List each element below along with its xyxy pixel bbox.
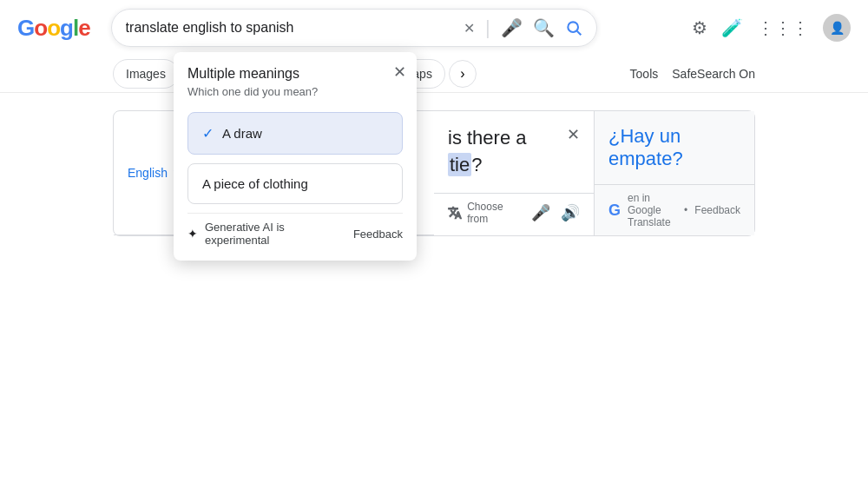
dot-separator: • [684, 204, 687, 216]
labs-icon[interactable]: 🧪 [721, 17, 743, 38]
nav-tabs: Images News Shopping Videos Maps › Tools… [0, 56, 868, 93]
feedback-link[interactable]: Feedback [694, 204, 740, 216]
header: Google ✕ | 🎤 🔍 ⚙ 🧪 ⋮⋮⋮ 👤 [0, 0, 868, 56]
translator-body: is there a tie? ✕ Choose from 🎤 🔊 ¿Hay u… [434, 111, 754, 235]
svg-line-1 [576, 31, 581, 36]
ai-label: Generative AI is experimental [205, 221, 346, 247]
avatar[interactable]: 👤 [823, 14, 851, 42]
check-icon: ✓ [202, 125, 214, 142]
output-area: ¿Hay un empate? [595, 111, 754, 184]
open-in-translate-link[interactable]: en in Google Translate [628, 192, 677, 228]
header-right: ⚙ 🧪 ⋮⋮⋮ 👤 [692, 14, 851, 42]
input-before: is there a [448, 127, 527, 149]
clear-search-icon[interactable]: ✕ [464, 20, 475, 36]
settings-icon[interactable]: ⚙ [692, 17, 707, 38]
microphone-icon[interactable]: 🎤 [531, 203, 550, 222]
apps-grid-icon[interactable]: ⋮⋮⋮ [757, 17, 809, 38]
search-bar: ✕ | 🎤 🔍 [111, 9, 597, 47]
safesearch-button[interactable]: SafeSearch On [672, 67, 755, 81]
tab-images[interactable]: Images [113, 59, 179, 89]
main-content: English ▼ ⇄ Spanish ▼ is there a tie? ✕ [0, 93, 868, 254]
popup-title: Multiple meanings [187, 66, 403, 82]
popup-footer: ✦ Generative AI is experimental Feedback [187, 213, 403, 247]
divider: | [485, 17, 490, 39]
google-logo: Google [17, 15, 90, 42]
popup-close-button[interactable]: ✕ [393, 63, 406, 82]
output-footer: G en in Google Translate • Feedback [595, 184, 754, 235]
popup-subtitle: Which one did you mean? [187, 85, 403, 98]
svg-point-0 [568, 22, 578, 32]
logo-o2: o [47, 15, 60, 41]
google-g-logo: G [608, 201, 621, 220]
popup-feedback-link[interactable]: Feedback [353, 228, 403, 241]
logo-o1: o [34, 15, 47, 41]
mic-icon[interactable]: 🎤 [501, 17, 523, 38]
search-submit-icon[interactable] [565, 19, 582, 36]
ai-icon: ✦ [187, 227, 198, 241]
translate-icon [448, 205, 462, 221]
clear-input-button[interactable]: ✕ [567, 125, 580, 144]
meaning-clothing-label: A piece of clothing [202, 176, 308, 191]
input-footer: Choose from 🎤 🔊 [434, 193, 594, 232]
input-area[interactable]: is there a tie? ✕ [434, 111, 594, 193]
nav-right: Tools SafeSearch On [630, 67, 755, 81]
speaker-icon[interactable]: 🔊 [561, 203, 580, 222]
input-after: ? [471, 154, 482, 175]
translator-input-panel: is there a tie? ✕ Choose from 🎤 🔊 [434, 111, 595, 235]
source-lang-label: English [128, 166, 168, 180]
highlighted-word: tie [448, 153, 471, 176]
translator-output-panel: ¿Hay un empate? G en in Google Translate… [595, 111, 754, 235]
logo-e: e [78, 15, 89, 41]
meaning-option-draw[interactable]: ✓ A draw [187, 112, 403, 155]
choose-from-label: Choose from [467, 201, 521, 225]
logo-g2: g [60, 15, 73, 41]
search-input[interactable] [126, 20, 457, 36]
output-text: ¿Hay un empate? [608, 125, 683, 169]
logo-g: G [17, 15, 34, 41]
lens-icon[interactable]: 🔍 [533, 17, 555, 38]
meaning-option-clothing[interactable]: A piece of clothing [187, 163, 403, 204]
more-tabs-button[interactable]: › [449, 60, 477, 88]
search-icons: ✕ | 🎤 🔍 [464, 17, 582, 39]
multiple-meanings-popup: Multiple meanings Which one did you mean… [174, 52, 417, 261]
meaning-draw-label: A draw [222, 126, 262, 141]
tools-button[interactable]: Tools [630, 67, 659, 81]
input-text: is there a tie? [448, 125, 560, 179]
choose-from-section: Choose from [448, 201, 521, 225]
